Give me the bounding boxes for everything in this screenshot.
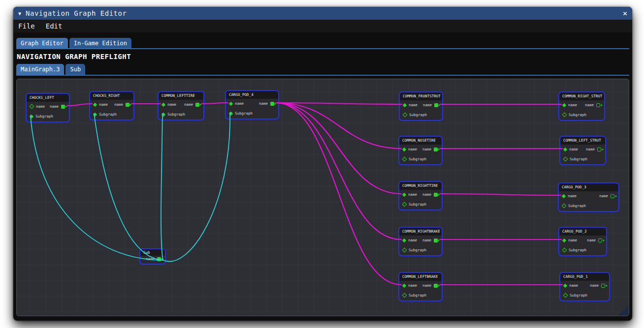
menu-edit[interactable]: Edit [46,22,63,30]
pin-label: name [569,284,578,288]
collapse-arrow-icon[interactable]: ▼ [18,11,21,16]
graph-node-common_nosetire[interactable]: COMMON_NOSETIREnamenameSubgraph [398,136,443,165]
input-pin-icon[interactable] [93,103,97,107]
pin-label: name [568,103,577,107]
output-pin-icon[interactable] [601,284,605,288]
input-pin-icon[interactable] [402,284,406,288]
graph-node-cargo_pod_2[interactable]: CARGO_POD_2namenameSubgraph [558,227,607,256]
pin-label: name [259,102,268,106]
edge-cargo_pod_4-to-common_nosetire[interactable] [276,103,401,149]
edge-cargo_pod_4-to-common_frontstrut[interactable] [276,103,402,104]
graph-tab-bar: MainGraph.3 Sub [16,64,629,75]
graph-node-common_rightbrake[interactable]: COMMON_RIGHTBRAKEnamenameSubgraph [398,227,443,256]
subgraph-pin-icon[interactable] [161,113,165,117]
graph-node-chocks_left[interactable]: CHOCKS_LEFTnamenameSubgraph [26,93,70,122]
input-pin-icon[interactable] [403,103,407,107]
output-pin-icon[interactable] [597,148,601,151]
graph-node-sub[interactable]: Subname [139,248,166,265]
output-pin-icon[interactable] [434,239,438,242]
output-pin-icon[interactable] [434,193,438,197]
pin-label: name [422,148,431,151]
tab-in-game-edition[interactable]: In-Game Edition [69,38,131,48]
output-pin-icon[interactable] [611,194,614,198]
input-pin-icon[interactable] [562,194,566,198]
output-pin-icon[interactable] [434,148,438,151]
pin-label: Subgraph [409,294,426,298]
pin-label: name [99,103,108,107]
graph-canvas[interactable]: CHOCKS_LEFTnamenameSubgraphCHOCKS_RIGHTn… [16,79,629,316]
pin-label: name [235,102,244,106]
tab-sub[interactable]: Sub [65,64,85,74]
subgraph-pin-icon[interactable] [562,204,567,209]
subgraph-pin-icon[interactable] [229,112,233,116]
input-pin-icon[interactable] [402,193,406,197]
edge-chocks_left-to-sub[interactable] [31,116,163,260]
subgraph-pin-icon[interactable] [30,115,33,119]
output-pin-icon[interactable] [126,103,129,107]
graph-node-common_lefttire[interactable]: COMMON_LEFTTIREnamenameSubgraph [158,91,204,120]
node-title: CHOCKS_LEFT [27,94,69,102]
graph-node-common_left_strut[interactable]: COMMON_LEFT_STRUTnamenameSubgraph [559,136,606,165]
subgraph-pin-icon[interactable] [93,113,97,117]
subgraph-pin-icon[interactable] [563,157,568,162]
node-title: COMMON_LEFT_STRUT [560,137,605,145]
input-pin-icon[interactable] [402,148,406,151]
graph-node-chocks_right[interactable]: CHOCKS_RIGHTnamenameSubgraph [89,91,134,120]
output-pin-icon[interactable] [596,103,600,107]
output-pin-icon[interactable] [598,239,602,242]
edge-common_lefttire-to-cargo_pod_4[interactable] [201,103,228,104]
window-titlebar[interactable]: ▼ Navigation Graph Editor ✕ [13,7,632,20]
input-pin-icon[interactable] [563,148,567,151]
input-pin-icon[interactable] [562,239,566,242]
node-io-row: namename [400,100,442,110]
pin-label: name [422,284,431,288]
edge-chocks_left-to-chocks_right[interactable] [67,104,92,106]
subgraph-pin-icon[interactable] [402,157,407,162]
tab-maingraph-3[interactable]: MainGraph.3 [16,64,64,74]
tab-graph-editor[interactable]: Graph Editor [16,38,68,48]
resize-grip[interactable] [618,305,629,316]
subgraph-pin-icon[interactable] [562,113,567,118]
graph-node-common_leftbrake[interactable]: COMMON_LEFTBRAKEnamenameSubgraph [398,272,443,301]
node-subgraph-row: Subgraph [27,112,69,121]
edge-cargo_pod_4-to-common_rightbrake[interactable] [276,103,401,239]
edge-common_lefttire-to-sub[interactable] [161,114,163,260]
subgraph-pin-icon[interactable] [402,202,407,207]
graph-node-common_frontstrut[interactable]: COMMON_FRONTSTRUTnamenameSubgraph [399,91,443,121]
input-pin-icon[interactable] [30,104,34,109]
output-pin-icon[interactable] [61,105,65,109]
input-pin-icon[interactable] [563,284,567,288]
graph-node-cargo_pod_3[interactable]: CARGO_POD_3namenameSubgraph [558,182,619,212]
input-pin-icon[interactable] [562,103,566,107]
graph-node-cargo_pod_1[interactable]: CARGO_POD_1namenameSubgraph [559,272,610,301]
edge-cargo_pod_4-to-common_righttire[interactable] [276,103,401,194]
pin-label: Subgraph [569,248,586,252]
output-pin-icon[interactable] [434,284,438,288]
output-pin-icon[interactable] [270,102,274,106]
input-pin-icon[interactable] [402,239,406,242]
main-tab-bar: Graph Editor In-Game Edition [16,38,629,49]
edge-common_righttire-to-cargo_pod_3[interactable] [440,194,561,195]
subgraph-pin-icon[interactable] [562,248,567,253]
pin-label: name [568,239,577,242]
output-pin-icon[interactable] [434,103,438,107]
subgraph-pin-icon[interactable] [402,248,407,253]
subgraph-pin-icon[interactable] [403,113,408,118]
input-pin-icon[interactable] [161,103,165,107]
graph-node-cargo_pod_4[interactable]: CARGO_POD_4namenameSubgraph [225,90,279,119]
screen: ▼ Navigation Graph Editor ✕ File Edit Gr… [0,0,644,328]
edge-chocks_right-to-sub[interactable] [94,114,163,260]
subgraph-pin-icon[interactable] [402,293,407,298]
output-pin-icon[interactable] [157,257,161,261]
edge-cargo_pod_4-to-common_leftbrake[interactable] [276,103,401,285]
node-subgraph-row: Subgraph [90,110,133,119]
output-pin-icon[interactable] [195,103,199,107]
input-pin-icon[interactable] [229,102,233,106]
node-title: CARGO_POD_3 [559,183,618,191]
close-icon[interactable]: ✕ [623,9,627,18]
subgraph-pin-icon[interactable] [563,293,568,298]
graph-node-common_righttire[interactable]: COMMON_RIGHTTIREnamenameSubgraph [398,181,443,210]
graph-node-common_right_strut[interactable]: COMMON_RIGHT_STRUTnamenameSubgraph [558,91,605,121]
edge-cargo_pod_4-to-sub[interactable] [163,113,230,262]
menu-file[interactable]: File [18,22,35,30]
